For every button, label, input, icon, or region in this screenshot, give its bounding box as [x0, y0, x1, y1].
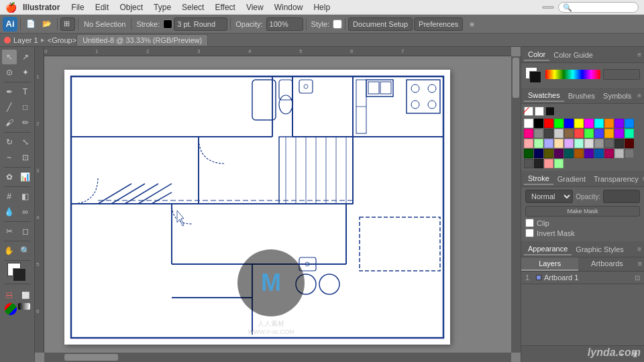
line-tool[interactable]: ╱ — [2, 100, 17, 115]
swatch-item[interactable] — [604, 119, 614, 128]
swatch-item[interactable] — [574, 119, 584, 128]
swatch-item[interactable] — [625, 129, 634, 138]
gradient-tool[interactable]: ◧ — [18, 189, 33, 204]
swatch-item[interactable] — [534, 159, 543, 168]
tab-transparency[interactable]: Transparency — [590, 174, 643, 184]
doc-setup-button[interactable]: Document Setup — [348, 17, 413, 31]
tab-gradient[interactable]: Gradient — [553, 174, 590, 184]
swatch-item[interactable] — [544, 159, 553, 168]
tab-color[interactable]: Color — [524, 49, 549, 61]
pen-tool[interactable]: ✒ — [2, 84, 17, 99]
bg-color-swatch[interactable] — [13, 268, 26, 282]
swatch-item[interactable] — [574, 139, 584, 148]
layer-options-icon[interactable]: ⊡ — [635, 274, 640, 282]
swatch-item[interactable] — [554, 129, 564, 138]
clip-checkbox[interactable] — [525, 219, 534, 227]
menu-select[interactable]: Select — [177, 1, 209, 13]
zoom-tool[interactable]: 🔍 — [18, 243, 33, 258]
swatch-item[interactable] — [574, 129, 584, 138]
hscroll-thumb[interactable] — [64, 354, 118, 361]
swatch-item[interactable] — [604, 139, 614, 148]
layer-row-1[interactable]: 1 Artboard 1 ⊡ — [521, 272, 644, 284]
menu-effect[interactable]: Effect — [210, 1, 239, 13]
menu-view[interactable]: View — [241, 1, 268, 13]
swatch-none[interactable] — [524, 107, 533, 116]
eyedropper-tool[interactable]: 💧 — [2, 204, 17, 219]
menu-edit[interactable]: Edit — [91, 1, 114, 13]
make-mask-button[interactable]: Make Mask — [525, 206, 640, 217]
tab-document[interactable]: Untitled-8 @ 33.33% (RGB/Preview) — [76, 34, 208, 46]
tab-artboards[interactable]: Artboards — [578, 257, 635, 271]
breadcrumb-group[interactable]: <Group> — [48, 36, 76, 44]
scissors-tool[interactable]: ✂ — [2, 224, 17, 239]
swatch-item[interactable] — [564, 119, 574, 128]
stroke-color-swatch[interactable] — [163, 19, 172, 29]
tab-symbols[interactable]: Symbols — [599, 90, 635, 101]
menu-help[interactable]: Help — [309, 1, 335, 13]
panel-options-icon[interactable]: ≡ — [464, 17, 479, 32]
swatch-item[interactable] — [564, 129, 574, 138]
hex-color-input[interactable]: FFFFFF — [603, 69, 640, 80]
swatch-item[interactable] — [564, 139, 574, 148]
swatch-item[interactable] — [544, 129, 553, 138]
type-tool[interactable]: T — [18, 84, 33, 99]
swatch-item[interactable] — [534, 119, 543, 128]
breadcrumb-layer[interactable]: Layer 1 — [13, 36, 38, 44]
swatch-item[interactable] — [584, 139, 594, 148]
blend-tool[interactable]: ∞ — [18, 204, 33, 219]
swatch-item[interactable] — [534, 149, 543, 158]
search-input[interactable] — [558, 2, 639, 13]
menu-window[interactable]: Window — [270, 1, 308, 13]
swatch-item[interactable] — [594, 119, 604, 128]
tab-stroke[interactable]: Stroke — [524, 173, 553, 185]
rotate-tool[interactable]: ↻ — [2, 135, 17, 149]
scale-tool[interactable]: ⤡ — [18, 135, 33, 149]
lasso-tool[interactable]: ⊙ — [2, 65, 17, 80]
swatch-item[interactable] — [584, 129, 594, 138]
open-doc-icon[interactable]: 📂 — [40, 17, 54, 32]
essentials-button[interactable] — [542, 6, 554, 9]
warp-tool[interactable]: ~ — [2, 150, 17, 165]
menu-type[interactable]: Type — [149, 1, 176, 13]
artboard[interactable] — [64, 70, 450, 345]
tab-appearance[interactable]: Appearance — [524, 243, 572, 255]
vertical-scrollbar[interactable] — [511, 56, 521, 353]
rect-tool[interactable]: □ — [18, 100, 33, 115]
tab-swatches[interactable]: Swatches — [524, 90, 564, 102]
blend-mode-dropdown[interactable]: Normal — [525, 190, 573, 203]
stroke-mode-icon[interactable]: ⬜ — [18, 288, 33, 302]
swatch-item[interactable] — [594, 139, 604, 148]
color-mode-icon[interactable] — [5, 303, 17, 315]
layers-panel-menu[interactable]: ≡ — [636, 257, 644, 271]
free-transform-tool[interactable]: ⊡ — [18, 150, 33, 165]
swatch-item[interactable] — [574, 149, 584, 158]
panel-menu-icon[interactable]: ≡ — [637, 51, 641, 58]
magic-wand-tool[interactable]: ✦ — [18, 65, 33, 80]
swatch-item[interactable] — [524, 129, 533, 138]
color-bg-box[interactable] — [529, 71, 541, 83]
swatch-item[interactable] — [604, 129, 614, 138]
menu-file[interactable]: File — [66, 1, 89, 13]
symbol-sprayer-tool[interactable]: ✿ — [2, 170, 17, 184]
swatch-item[interactable] — [524, 139, 533, 148]
menu-object[interactable]: Object — [115, 1, 148, 13]
invert-mask-checkbox[interactable] — [525, 229, 534, 237]
tab-brushes[interactable]: Brushes — [564, 90, 599, 101]
swatch-item[interactable] — [554, 119, 564, 128]
swatch-item[interactable] — [524, 159, 533, 168]
view-mode-dropdown[interactable]: ⊞ — [60, 17, 75, 31]
swatch-item[interactable] — [584, 119, 594, 128]
style-swatch[interactable] — [333, 19, 342, 29]
swatch-item[interactable] — [544, 119, 553, 128]
stroke-dropdown[interactable]: 3 pt. Round — [174, 17, 227, 31]
mesh-tool[interactable]: # — [2, 189, 17, 204]
swatch-item[interactable] — [524, 149, 533, 158]
tab-color-guide[interactable]: Color Guide — [549, 50, 597, 60]
swatch-item[interactable] — [614, 149, 624, 158]
swatch-item[interactable] — [564, 149, 574, 158]
swatch-black[interactable] — [545, 107, 555, 116]
fill-none-icon[interactable]: □ — [2, 288, 17, 302]
swatch-item[interactable] — [554, 139, 564, 148]
swatch-item[interactable] — [534, 129, 543, 138]
swatch-white[interactable] — [535, 107, 544, 116]
